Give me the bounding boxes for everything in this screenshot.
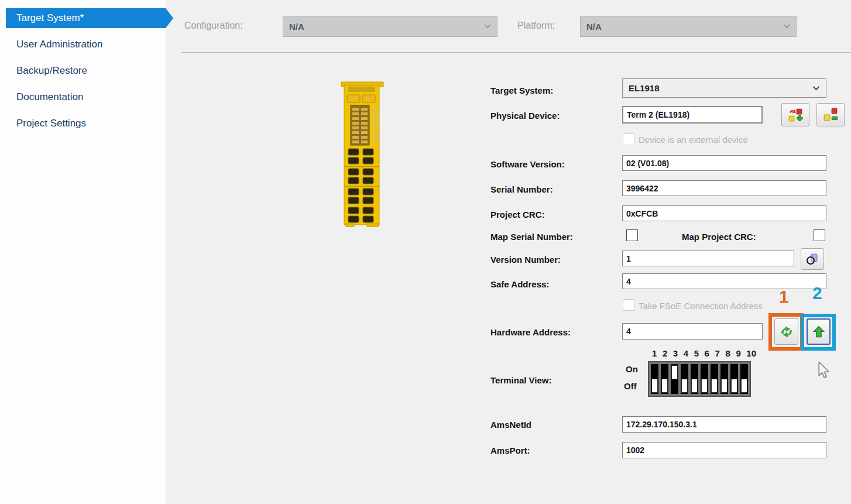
assign-device-icon xyxy=(788,107,803,122)
chevron-down-icon xyxy=(783,24,790,29)
main-panel: Configuration: N/A Platform: N/A xyxy=(166,0,851,504)
dip-switch-1 xyxy=(651,364,658,394)
take-fsoe-checkbox xyxy=(623,299,634,311)
dip-number-2: 2 xyxy=(663,348,667,358)
sidebar-item-label: User Administration xyxy=(16,39,102,50)
refresh-hardware-address-button[interactable] xyxy=(774,318,798,345)
platform-label: Platform: xyxy=(517,20,555,31)
annotation-1: 1 xyxy=(779,287,789,307)
dip-switch-handle xyxy=(721,379,728,393)
dip-number-7: 7 xyxy=(715,348,720,358)
dip-switch-handle xyxy=(741,379,747,393)
sidebar-item-documentation[interactable]: Documentation xyxy=(6,87,166,107)
configuration-select: N/A xyxy=(283,16,497,37)
dip-number-9: 9 xyxy=(736,348,740,358)
dip-switch-2 xyxy=(661,364,668,394)
chevron-down-icon xyxy=(812,86,820,91)
platform-value: N/A xyxy=(586,22,602,32)
upload-hardware-address-button[interactable] xyxy=(807,318,831,345)
platform-select: N/A xyxy=(580,16,797,37)
external-device-label: Device is an external device xyxy=(639,135,748,145)
dip-switch-3 xyxy=(671,364,678,394)
version-number-input[interactable] xyxy=(622,251,794,266)
dip-switch-8 xyxy=(720,364,728,394)
annotation-2: 2 xyxy=(812,283,822,303)
terminal-view-label: Terminal View: xyxy=(490,375,551,385)
dip-number-10: 10 xyxy=(746,348,756,358)
dip-switch-handle xyxy=(711,379,718,393)
serial-number-label: Serial Number: xyxy=(490,184,553,194)
physical-device-input[interactable] xyxy=(622,106,763,124)
sidebar-item-target-system[interactable]: Target System* xyxy=(6,8,166,28)
dip-switch-5 xyxy=(691,364,698,394)
dip-on-label: On xyxy=(626,364,638,374)
assign-device-button[interactable] xyxy=(781,103,809,126)
dip-switch-6 xyxy=(701,364,708,394)
physical-device-label: Physical Device: xyxy=(490,111,560,121)
dip-switch-handle xyxy=(731,379,737,393)
take-fsoe-label: Take FSoE Connection Address xyxy=(639,301,763,311)
sidebar-item-label: Documentation xyxy=(16,91,83,103)
dip-switches xyxy=(648,361,751,397)
safe-address-label: Safe Address: xyxy=(490,279,549,289)
sync-refresh-icon xyxy=(779,324,794,340)
ams-net-id-label: AmsNetId xyxy=(490,420,531,430)
hardware-address-label: Hardware Address: xyxy=(490,327,571,337)
dip-number-5: 5 xyxy=(694,348,699,358)
serial-number-input[interactable] xyxy=(622,180,826,196)
version-history-button[interactable] xyxy=(801,248,824,270)
dip-off-label: Off xyxy=(624,381,637,391)
dip-switch-handle xyxy=(651,379,658,393)
software-version-label: Software Version: xyxy=(490,159,565,169)
sidebar-item-project-settings[interactable]: Project Settings xyxy=(6,114,166,133)
map-project-crc-checkbox[interactable] xyxy=(814,229,825,241)
sidebar-item-backup-restore[interactable]: Backup/Restore xyxy=(6,61,166,81)
dip-number-4: 4 xyxy=(684,348,688,358)
dip-switch-9 xyxy=(730,364,738,394)
el1918-terminal-image xyxy=(337,81,387,227)
version-number-label: Version Number: xyxy=(490,255,561,265)
mouse-cursor-icon xyxy=(814,361,831,379)
ams-port-label: AmsPort: xyxy=(490,445,530,455)
dip-number-3: 3 xyxy=(673,348,678,358)
software-version-input[interactable] xyxy=(622,155,826,171)
target-system-value: EL1918 xyxy=(629,83,660,93)
target-system-select[interactable]: EL1918 xyxy=(622,78,826,98)
dip-number-8: 8 xyxy=(725,348,730,358)
chevron-down-icon xyxy=(484,24,491,29)
upload-arrow-icon xyxy=(811,324,826,340)
map-serial-number-label: Map Serial Number: xyxy=(490,232,573,242)
sidebar-item-label: Backup/Restore xyxy=(16,65,87,77)
dip-switch-4 xyxy=(681,364,688,394)
map-project-crc-label: Map Project CRC: xyxy=(682,232,756,242)
version-history-icon xyxy=(805,252,819,266)
map-serial-number-checkbox[interactable] xyxy=(626,229,638,241)
dip-switch-handle xyxy=(661,379,668,393)
target-system-label: Target System: xyxy=(490,85,553,95)
ams-port-input[interactable] xyxy=(622,442,826,458)
ams-net-id-input[interactable] xyxy=(622,416,826,433)
configuration-value: N/A xyxy=(289,22,304,32)
unassign-device-icon xyxy=(823,107,838,122)
dip-switch-handle xyxy=(701,379,708,393)
project-crc-label: Project CRC: xyxy=(490,210,545,220)
project-crc-input[interactable] xyxy=(622,205,826,221)
hardware-address-input[interactable] xyxy=(622,323,763,340)
dip-switch-handle xyxy=(691,379,698,393)
dip-numbers: 12345678910 xyxy=(652,348,756,358)
dip-switch-handle xyxy=(671,365,678,379)
safe-address-input[interactable] xyxy=(622,273,826,289)
sidebar-item-user-administration[interactable]: User Administration xyxy=(6,35,166,54)
external-device-checkbox xyxy=(623,133,634,145)
dip-number-6: 6 xyxy=(705,348,709,358)
dip-switch-7 xyxy=(711,364,718,394)
separator-line xyxy=(181,52,851,53)
unassign-device-button[interactable] xyxy=(816,103,845,126)
configuration-label: Configuration: xyxy=(184,20,243,31)
dip-switch-handle xyxy=(681,379,688,393)
dip-number-1: 1 xyxy=(652,348,657,358)
sidebar-item-label: Project Settings xyxy=(16,118,86,129)
sidebar-item-label: Target System* xyxy=(16,12,84,24)
dip-switch-10 xyxy=(740,364,748,394)
sidebar: Target System* User Administration Backu… xyxy=(0,0,166,504)
